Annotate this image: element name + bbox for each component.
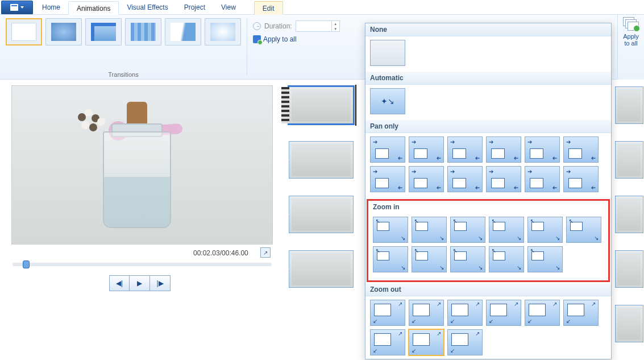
transition-thumb[interactable] [45,18,82,45]
apply-to-all-button[interactable]: Apply to all [253,35,340,43]
panzoom-effect-zoomin[interactable]: ↘↘ [527,246,563,272]
panzoom-effect-pan[interactable]: ➔➔ [370,136,405,163]
tab-home[interactable]: Home [34,1,68,14]
duration-step-down[interactable]: ▼ [331,26,339,31]
tab-project[interactable]: Project [176,1,213,14]
panzoom-effect-automatic[interactable]: ✦↘ [370,88,405,114]
storyboard-clip[interactable] [615,86,643,124]
panzoom-effect-pan[interactable]: ➔➔ [525,166,560,192]
panzoom-effect-zoomout[interactable]: ↗↙ [486,300,521,326]
transition-indicator-icon [281,209,289,220]
panzoom-group-header-none: None [365,23,611,36]
wand-icon: ✦↘ [381,97,394,106]
preview-pane [11,85,273,245]
transition-thumb[interactable] [205,18,241,45]
transition-thumb[interactable] [6,18,42,45]
preview-timecode: 00:02.03/00:46.00 [193,249,248,257]
storyboard-clip[interactable] [289,196,354,233]
playhead-marker[interactable] [355,85,356,126]
storyboard-clip[interactable] [289,141,354,179]
transitions-group-label: Transitions [6,71,241,78]
seek-handle[interactable] [23,260,30,268]
zoom-in-highlight-box: Zoom in ↘↘↘↘↘↘↘↘↘↘↘↘↘↘↘↘↘↘↘↘↘↘ [367,199,610,282]
ribbon-tabstrip: Home Animations Visual Effects Project V… [0,0,644,15]
panzoom-effect-zoomout[interactable]: ↗↙ [447,300,483,326]
transitions-gallery[interactable] [6,18,241,45]
panzoom-effect-zoomout[interactable]: ↗↙ [409,329,444,355]
transition-thumb[interactable] [125,18,161,45]
tab-view[interactable]: View [213,1,244,14]
panzoom-effect-zoomin[interactable]: ↘↘ [412,246,447,272]
panzoom-group-header-zoomin: Zoom in [368,201,608,213]
tab-animations[interactable]: Animations [68,1,119,15]
transition-indicator-icon [281,263,289,275]
clock-icon [253,22,261,30]
panzoom-effect-pan[interactable]: ➔➔ [563,136,599,163]
storyboard-clip[interactable] [289,250,354,288]
next-frame-button[interactable]: |▶ [150,275,171,291]
panzoom-effect-zoomout[interactable]: ↗↙ [563,300,599,326]
panzoom-gallery-panel: None Automatic ✦↘ Pan only ➔➔➔➔➔➔➔➔➔➔➔➔➔… [365,23,612,359]
prev-frame-button[interactable]: ◀| [109,275,130,291]
panzoom-effect-zoomin[interactable]: ↘↘ [373,246,408,272]
play-button[interactable]: ▶ [130,275,150,291]
panzoom-effect-pan[interactable]: ➔➔ [447,166,483,192]
panzoom-effect-zoomin[interactable]: ↘↘ [489,246,524,272]
storyboard-clip[interactable] [615,250,643,288]
panzoom-effect-pan[interactable]: ➔➔ [409,166,444,192]
storyboard-column-right [615,86,643,359]
panzoom-group-header-panonly: Pan only [365,120,611,133]
panzoom-effect-zoomin[interactable]: ↘↘ [527,217,563,243]
panzoom-zoomout-grid: ↗↙↗↙↗↙↗↙↗↙↗↙↗↙↗↙↗↙ [365,296,611,359]
preview-expand-button[interactable]: ↗ [260,247,271,258]
seek-bar[interactable] [13,263,272,266]
panzoom-effect-zoomout[interactable]: ↗↙ [525,300,560,326]
apply-all-icon [253,35,261,43]
panzoom-effect-zoomin[interactable]: ↘↘ [450,246,485,272]
storyboard-clip[interactable] [289,86,354,124]
transition-thumb[interactable] [85,18,122,45]
panzoom-effect-zoomout[interactable]: ↗↙ [370,329,405,355]
transition-indicator-icon [281,154,289,165]
duration-label: Duration: [264,22,292,30]
transition-thumb[interactable] [165,18,201,45]
tab-edit-context[interactable]: Edit [254,1,283,15]
panzoom-effect-zoomin[interactable]: ↘↘ [566,217,601,243]
panzoom-effect-none[interactable] [370,40,405,66]
panzoom-effect-pan[interactable]: ➔➔ [486,166,521,192]
storyboard-clip[interactable] [615,141,643,179]
panzoom-apply-to-all-button[interactable]: Applyto all [618,15,644,49]
panzoom-effect-zoomin[interactable]: ↘↘ [489,217,524,243]
panzoom-effect-pan[interactable]: ➔➔ [409,136,444,163]
storyboard-column [289,86,363,305]
panzoom-zoomin-grid: ↘↘↘↘↘↘↘↘↘↘↘↘↘↘↘↘↘↘↘↘↘↘ [368,213,608,278]
app-menu-icon [10,4,18,11]
duration-spinner[interactable]: ▲ ▼ [296,20,340,32]
app-menu-button[interactable] [1,1,33,14]
panzoom-effect-pan[interactable]: ➔➔ [447,136,483,163]
apply-to-all-icon [623,17,639,31]
playback-controls: ◀| ▶ |▶ [109,275,171,291]
panzoom-effect-zoomout[interactable]: ↗↙ [409,300,444,326]
apply-to-all-label: Apply to all [263,35,297,43]
panzoom-effect-zoomin[interactable]: ↘↘ [450,217,485,243]
panzoom-effect-zoomin[interactable]: ↘↘ [412,217,447,243]
panzoom-effect-pan[interactable]: ➔➔ [370,166,405,192]
duration-value[interactable] [296,21,331,31]
panzoom-effect-pan[interactable]: ➔➔ [486,136,521,163]
duration-step-up[interactable]: ▲ [331,21,339,26]
panzoom-effect-zoomout[interactable]: ↗↙ [447,329,483,355]
tab-visual-effects[interactable]: Visual Effects [119,1,176,14]
storyboard-clip[interactable] [615,305,643,342]
preview-frame-content [80,97,194,234]
panzoom-effect-zoomin[interactable]: ↘↘ [373,217,408,243]
panzoom-group-header-automatic: Automatic [365,72,611,85]
apply-to-all-label-2: to all [624,40,637,47]
panzoom-effect-pan[interactable]: ➔➔ [525,136,560,163]
storyboard-clip[interactable] [615,196,643,233]
filmstrip-icon [281,87,289,123]
panzoom-effect-zoomout[interactable]: ↗↙ [370,300,405,326]
panzoom-panonly-grid: ➔➔➔➔➔➔➔➔➔➔➔➔➔➔➔➔➔➔➔➔➔➔➔➔ [365,133,611,198]
chevron-down-icon [20,6,24,9]
panzoom-effect-pan[interactable]: ➔➔ [563,166,599,192]
